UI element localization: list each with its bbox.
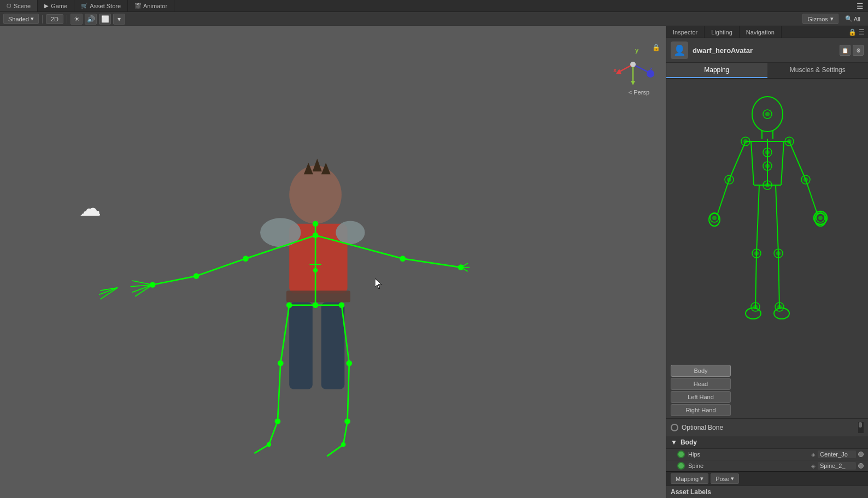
- tab-scene-label: Scene: [14, 3, 31, 9]
- audio-icon-btn[interactable]: 🔊: [85, 14, 97, 25]
- svg-point-55: [150, 282, 156, 288]
- hips-name: Hips: [688, 451, 808, 458]
- left-hand-btn[interactable]: Left Hand: [671, 391, 731, 403]
- svg-point-49: [286, 302, 292, 308]
- panel-options-btn[interactable]: 🔒 ☰: [845, 26, 868, 38]
- svg-line-32: [132, 284, 153, 292]
- bone-value-icon-2: ◈: [811, 463, 816, 469]
- head-btn[interactable]: Head: [671, 378, 731, 390]
- top-tab-bar: ⬡ Scene ▶ Game 🛒 Asset Store 🎬 Animator …: [0, 0, 868, 12]
- optional-bone-label: Optional Bone: [682, 424, 855, 431]
- hips-value: ◈ Center_Jo: [811, 450, 864, 458]
- avatar-icon: 👤: [671, 42, 688, 59]
- collapse-icon: ▼: [671, 438, 677, 446]
- tab-navigation[interactable]: Navigation: [740, 26, 782, 38]
- gizmos-dropdown[interactable]: Gizmos ▾: [802, 14, 838, 24]
- all-filter[interactable]: 🔍 All: [841, 14, 865, 23]
- svg-line-30: [132, 281, 153, 284]
- inspector-title: dwarf_heroAvatar: [693, 46, 835, 55]
- svg-point-92: [765, 150, 770, 155]
- svg-marker-64: [375, 278, 382, 289]
- pose-btn[interactable]: Pose ▾: [711, 473, 739, 484]
- svg-rect-19: [321, 302, 345, 389]
- svg-point-112: [777, 305, 782, 309]
- animator-icon: 🎬: [134, 3, 141, 9]
- spine-row[interactable]: Spine ◈ Spine_2_: [666, 460, 868, 471]
- muscles-settings-tab[interactable]: Muscles & Settings: [767, 63, 869, 78]
- options-icon: ☰: [859, 28, 865, 36]
- svg-line-78: [756, 185, 759, 253]
- svg-line-36: [100, 288, 118, 299]
- tab-inspector[interactable]: Inspector: [666, 26, 705, 38]
- svg-point-110: [753, 305, 758, 309]
- tab-animator[interactable]: 🎬 Animator: [128, 0, 174, 11]
- svg-point-16: [336, 221, 365, 244]
- svg-line-81: [776, 185, 778, 253]
- more-icon-btn[interactable]: ▾: [113, 14, 125, 25]
- body-btn[interactable]: Body: [671, 365, 731, 377]
- svg-line-29: [153, 276, 196, 285]
- gear-icon-btn[interactable]: ⚙: [853, 45, 864, 56]
- svg-point-45: [313, 221, 319, 227]
- persp-label: < Persp: [629, 89, 649, 96]
- bone-section-header[interactable]: ▼ Body: [666, 436, 868, 448]
- svg-line-38: [342, 305, 349, 363]
- spine-value: ◈ Spine_2_: [811, 462, 864, 470]
- svg-point-108: [776, 251, 781, 256]
- svg-rect-18: [289, 302, 313, 389]
- svg-line-76: [806, 180, 818, 215]
- tab-asset-store[interactable]: 🛒 Asset Store: [74, 0, 128, 11]
- bookmark-icon-btn[interactable]: 📋: [840, 45, 851, 56]
- mapping-btn-label: Mapping: [676, 476, 699, 482]
- hips-row[interactable]: Hips ◈ Center_Jo: [666, 448, 868, 460]
- tab-scene[interactable]: ⬡ Scene: [0, 0, 38, 11]
- svg-line-35: [99, 288, 118, 295]
- right-hand-btn[interactable]: Right Hand: [671, 404, 731, 416]
- sun-icon-btn[interactable]: ☀: [71, 14, 83, 25]
- bone-section-label: Body: [681, 438, 697, 446]
- tab-inspector-label: Inspector: [673, 29, 697, 35]
- svg-point-100: [804, 177, 808, 182]
- svg-line-42: [254, 444, 269, 453]
- svg-point-102: [712, 216, 717, 220]
- scene-gizmo[interactable]: y x z: [611, 43, 655, 86]
- tab-lighting[interactable]: Lighting: [705, 26, 740, 38]
- menu-button[interactable]: ☰: [852, 0, 868, 11]
- lock-icon: 🔒: [848, 28, 857, 36]
- svg-marker-12: [313, 159, 322, 171]
- shaded-dropdown[interactable]: Shaded ▾: [3, 14, 39, 24]
- 2d-toggle[interactable]: 2D: [46, 14, 63, 24]
- mapping-btn[interactable]: Mapping ▾: [671, 473, 708, 484]
- tab-game[interactable]: ▶ Game: [38, 0, 74, 11]
- tab-animator-label: Animator: [143, 3, 167, 9]
- svg-point-53: [243, 256, 249, 262]
- asset-labels-section: Asset Labels: [666, 485, 868, 498]
- svg-line-75: [789, 141, 806, 180]
- optional-bone-radio[interactable]: [671, 424, 678, 431]
- scrollbar-thumb: [859, 422, 862, 428]
- svg-line-39: [278, 363, 280, 421]
- mapping-tab[interactable]: Mapping: [666, 63, 767, 78]
- svg-line-33: [135, 284, 153, 296]
- optional-bone-scrollbar[interactable]: [858, 422, 864, 433]
- svg-point-56: [278, 360, 284, 366]
- tab-lighting-label: Lighting: [711, 29, 732, 35]
- svg-marker-13: [321, 163, 331, 174]
- lock-icon[interactable]: 🔒: [652, 44, 660, 51]
- game-icon: ▶: [44, 3, 49, 9]
- camera-icon-btn[interactable]: ⬜: [99, 14, 111, 25]
- svg-point-98: [727, 177, 731, 182]
- svg-point-47: [313, 268, 318, 273]
- right-panel: Inspector Lighting Navigation 🔒 ☰ 👤 dwar…: [666, 26, 868, 498]
- body-part-buttons: Body Head Left Hand Right Hand: [666, 363, 868, 418]
- tab-game-label: Game: [51, 3, 67, 9]
- mapping-tabs: Mapping Muscles & Settings: [666, 63, 868, 79]
- scene-icon: ⬡: [7, 3, 11, 9]
- mapping-chevron-icon: ▾: [700, 475, 703, 482]
- spine-value-text: Spine_2_: [818, 462, 856, 470]
- pose-chevron-icon: ▾: [731, 475, 734, 482]
- body-diagram[interactable]: [666, 79, 868, 363]
- scene-viewport[interactable]: y x z 🔒 < Persp ☁: [0, 26, 666, 498]
- svg-point-104: [818, 216, 823, 220]
- svg-text:x: x: [613, 67, 617, 73]
